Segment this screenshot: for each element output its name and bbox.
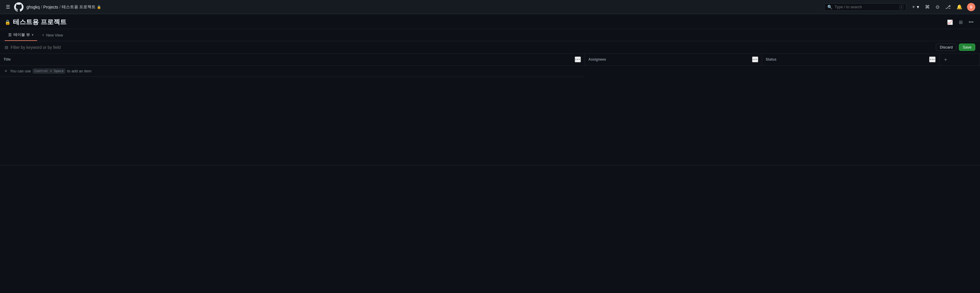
search-bar[interactable]: 🔍 / bbox=[824, 3, 907, 11]
project-title: 테스트용 프로젝트 bbox=[13, 18, 67, 27]
plus-icon: ＋ bbox=[911, 4, 916, 10]
notifications-button[interactable]: 🔔 bbox=[955, 3, 964, 11]
column-title-label: Title bbox=[3, 57, 575, 62]
breadcrumb-lock-icon: 🔒 bbox=[97, 5, 101, 9]
add-item-text: You can use bbox=[10, 69, 31, 73]
github-logo bbox=[14, 2, 24, 12]
ellipsis-icon: ••• bbox=[969, 19, 974, 24]
new-view-button[interactable]: ＋ New View bbox=[38, 30, 66, 40]
filter-actions: Discard Save bbox=[936, 43, 975, 51]
project-actions: 📈 ⊞ ••• bbox=[945, 18, 975, 26]
filter-icon: ⊟ bbox=[5, 45, 8, 50]
issue-icon: ⊙ bbox=[935, 4, 939, 10]
new-item-button[interactable]: ＋ ▾ bbox=[910, 3, 920, 11]
project-title-group: 🔒 테스트용 프로젝트 bbox=[5, 18, 67, 27]
column-header-status: Status ••• bbox=[762, 54, 939, 65]
search-icon: 🔍 bbox=[827, 5, 832, 10]
tabs-row: ☰ 테이블 뷰 ▾ ＋ New View bbox=[0, 29, 980, 41]
table-view-button[interactable]: ⊞ bbox=[957, 18, 964, 26]
breadcrumb-project: 테스트용 프로젝트 bbox=[62, 5, 96, 10]
shortcut-badge: Control + Space bbox=[33, 68, 65, 73]
tab-label: 테이블 뷰 bbox=[14, 32, 30, 37]
slash-badge: / bbox=[899, 5, 903, 10]
add-item-plus-icon: ＋ bbox=[3, 68, 8, 74]
discard-button[interactable]: Discard bbox=[936, 43, 956, 51]
breadcrumb-projects[interactable]: Projects bbox=[43, 5, 58, 10]
column-header-assignees: Assignees ••• bbox=[585, 54, 762, 65]
project-lock-icon: 🔒 bbox=[5, 19, 11, 25]
more-options-button[interactable]: ••• bbox=[967, 18, 975, 26]
new-view-plus-icon: ＋ bbox=[41, 32, 45, 38]
pr-icon: ⎇ bbox=[945, 4, 951, 10]
chart-icon: 📈 bbox=[947, 20, 953, 25]
topnav-right: ＋ ▾ ⌘ ⊙ ⎇ 🔔 G bbox=[910, 3, 975, 11]
new-view-label: New View bbox=[46, 33, 63, 37]
tab-table-icon: ☰ bbox=[8, 33, 12, 37]
command-icon: ⌘ bbox=[925, 4, 930, 10]
status-column-options-button[interactable]: ••• bbox=[929, 56, 935, 62]
empty-table-area bbox=[0, 77, 980, 165]
command-palette-button[interactable]: ⌘ bbox=[924, 3, 931, 11]
assignees-column-options-button[interactable]: ••• bbox=[752, 56, 759, 62]
breadcrumb-sep1: / bbox=[41, 5, 42, 10]
column-header-add: ＋ bbox=[939, 54, 980, 65]
tab-table-view[interactable]: ☰ 테이블 뷰 ▾ bbox=[5, 29, 37, 41]
table-header: Title ••• Assignees ••• Status ••• ＋ bbox=[0, 54, 980, 65]
add-item-text2: to add an item bbox=[67, 69, 91, 73]
add-column-button[interactable]: ＋ bbox=[943, 56, 948, 63]
bell-icon: 🔔 bbox=[956, 4, 963, 10]
triangle-icon: ▾ bbox=[917, 4, 919, 10]
tab-chevron-icon: ▾ bbox=[32, 33, 33, 37]
filter-input[interactable] bbox=[11, 45, 934, 50]
search-input[interactable] bbox=[835, 5, 897, 9]
column-header-title: Title ••• bbox=[0, 54, 585, 65]
topnav: ☰ ghsgkq / Projects / 테스트용 프로젝트 🔒 🔍 / ＋ … bbox=[0, 0, 980, 14]
column-assignees-label: Assignees bbox=[588, 57, 752, 62]
table-body: ＋ You can use Control + Space to add an … bbox=[0, 65, 980, 165]
table-header-row: Title ••• Assignees ••• Status ••• ＋ bbox=[0, 54, 980, 65]
hamburger-menu-button[interactable]: ☰ bbox=[5, 3, 11, 11]
filter-row: ⊟ Discard Save bbox=[0, 41, 980, 54]
project-header: 🔒 테스트용 프로젝트 📈 ⊞ ••• bbox=[0, 14, 980, 29]
pull-requests-button[interactable]: ⎇ bbox=[944, 3, 952, 11]
avatar[interactable]: G bbox=[967, 3, 975, 11]
issues-button[interactable]: ⊙ bbox=[934, 3, 940, 11]
save-button[interactable]: Save bbox=[959, 43, 975, 51]
project-table: Title ••• Assignees ••• Status ••• ＋ bbox=[0, 54, 980, 165]
table-icon: ⊞ bbox=[959, 20, 963, 25]
title-column-options-button[interactable]: ••• bbox=[575, 56, 581, 62]
add-item-cell: ＋ You can use Control + Space to add an … bbox=[3, 68, 91, 74]
chart-view-button[interactable]: 📈 bbox=[945, 18, 955, 26]
breadcrumb-sep2: / bbox=[59, 5, 60, 10]
add-item-row[interactable]: ＋ You can use Control + Space to add an … bbox=[0, 65, 585, 77]
column-status-label: Status bbox=[765, 57, 929, 62]
breadcrumb-user[interactable]: ghsgkq bbox=[27, 5, 40, 10]
topnav-left: ☰ ghsgkq / Projects / 테스트용 프로젝트 🔒 bbox=[5, 2, 821, 12]
breadcrumb: ghsgkq / Projects / 테스트용 프로젝트 🔒 bbox=[27, 5, 101, 10]
